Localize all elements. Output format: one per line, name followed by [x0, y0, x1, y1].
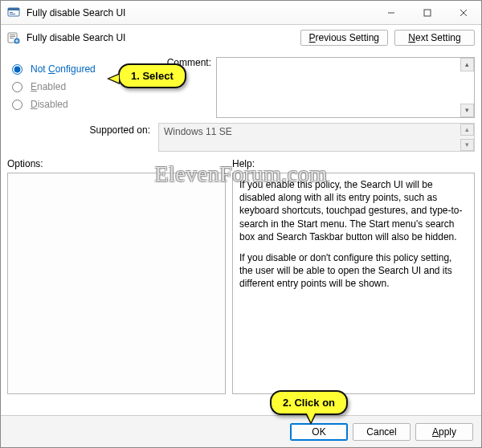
supported-box: Windows 11 SE ▴ ▾ — [158, 123, 475, 152]
callout-arrow-icon — [107, 73, 120, 84]
callout-select: 1. Select — [118, 63, 186, 88]
comment-textarea[interactable]: ▴ ▾ — [216, 57, 475, 118]
cancel-button[interactable]: Cancel — [353, 423, 411, 441]
panes: If you enable this policy, the Search UI… — [1, 173, 481, 397]
comment-scroll-up-icon[interactable]: ▴ — [460, 58, 474, 71]
minimize-button[interactable] — [373, 1, 409, 24]
supported-row: Supported on: Windows 11 SE ▴ ▾ — [1, 118, 481, 152]
help-paragraph: If you disable or don't configure this p… — [239, 251, 468, 291]
svg-rect-1 — [8, 8, 19, 10]
next-setting-button[interactable]: Next Setting — [394, 30, 475, 46]
supported-label: Supported on: — [7, 123, 152, 136]
options-label: Options: — [7, 158, 232, 169]
radio-disabled-input[interactable] — [12, 100, 22, 110]
radio-disabled[interactable]: Disabled — [7, 96, 152, 113]
window-buttons — [373, 1, 481, 24]
svg-rect-3 — [10, 14, 15, 14]
titlebar: Fully disable Search UI — [1, 1, 481, 25]
help-pane: If you enable this policy, the Search UI… — [232, 173, 475, 394]
svg-rect-5 — [424, 10, 431, 16]
help-label: Help: — [232, 158, 475, 169]
svg-rect-10 — [10, 36, 15, 37]
policy-icon — [7, 31, 20, 44]
maximize-button[interactable] — [409, 1, 445, 24]
footer: OK Cancel Apply — [1, 415, 481, 447]
policy-title: Fully disable Search UI — [27, 32, 125, 43]
supported-scroll-down-icon: ▾ — [460, 139, 474, 151]
apply-button[interactable]: Apply — [415, 423, 473, 441]
pane-labels: Options: Help: — [1, 152, 481, 173]
supported-scroll-up-icon: ▴ — [460, 124, 474, 136]
policy-window-icon — [7, 6, 20, 19]
previous-setting-button[interactable]: Previous Setting — [300, 30, 388, 46]
radio-enabled-input[interactable] — [12, 82, 22, 92]
ok-button[interactable]: OK — [290, 423, 348, 441]
header-row: Fully disable Search UI Previous Setting… — [1, 25, 481, 51]
comment-scroll-down-icon[interactable]: ▾ — [460, 104, 474, 117]
svg-rect-2 — [10, 12, 13, 13]
state-row: Not Configured Enabled Disabled Comment:… — [1, 51, 481, 118]
svg-rect-9 — [10, 35, 15, 35]
supported-value: Windows 11 SE — [164, 126, 232, 137]
callout-click-on: 2. Click on — [270, 390, 348, 415]
callout-arrow-icon — [305, 413, 317, 425]
close-button[interactable] — [445, 1, 481, 24]
radio-not-configured-input[interactable] — [12, 64, 22, 75]
window-title: Fully disable Search UI — [25, 1, 373, 24]
comment-area: Comment: ▴ ▾ — [161, 57, 475, 118]
options-pane — [7, 173, 226, 394]
help-paragraph: If you enable this policy, the Search UI… — [239, 178, 468, 243]
svg-rect-11 — [10, 38, 14, 39]
